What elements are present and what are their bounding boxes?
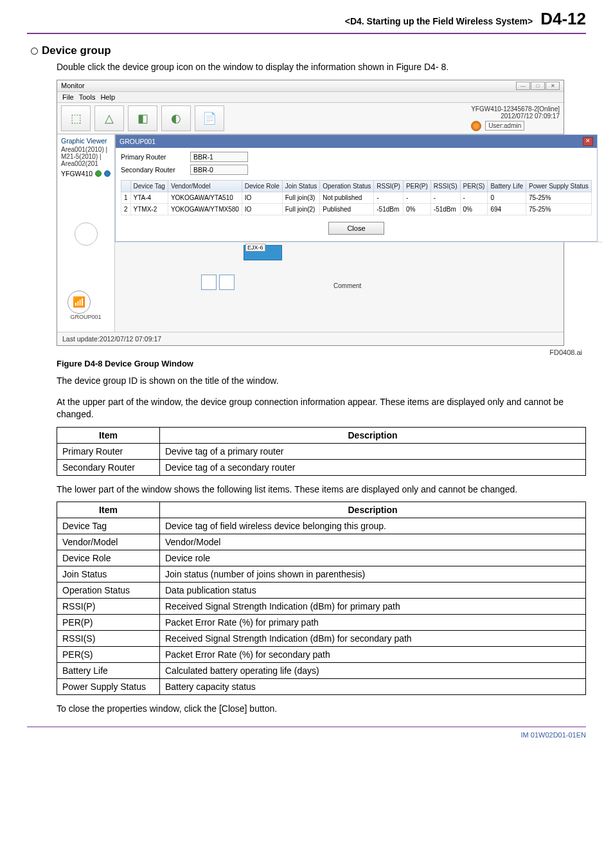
- table-row: PER(P)Packet Error Rate (%) for primary …: [57, 615, 586, 631]
- device-table-col: PER(P): [403, 180, 431, 192]
- graphic-viewer-title: Graphic Viewer: [61, 137, 111, 145]
- toolbar-icon-5[interactable]: 📄: [195, 105, 224, 131]
- table-row: Primary RouterDevive tag of a primary ro…: [57, 443, 586, 459]
- canvas-empty-blocks: [201, 275, 235, 290]
- device-table: Device TagVendor/ModelDevice RoleJoin St…: [121, 180, 592, 215]
- intro-text: Double click the device group icon on th…: [57, 61, 586, 73]
- device-table-col: Operation Status: [320, 180, 374, 192]
- device-table-col: Join Status: [282, 180, 319, 192]
- table-router: Item Description Primary RouterDevive ta…: [57, 427, 586, 476]
- connection-intro: At the upper part of the window, the dev…: [57, 396, 586, 420]
- table-row: Device RoleDevice role: [57, 550, 586, 566]
- side-panel: Graphic Viewer Area001(2010) | M21-5(201…: [57, 134, 115, 332]
- canvas-chip[interactable]: EJX-6: [244, 245, 282, 260]
- main-panel: GROUP001 ✕ Primary Router BBR-1 Secondar…: [115, 134, 603, 332]
- t1-col-desc: Description: [160, 427, 586, 443]
- figure-caption: Figure D4-8 Device Group Window: [57, 359, 586, 368]
- menu-tools[interactable]: Tools: [79, 93, 96, 101]
- status-device: YFGW410-12345678-2[Online]: [471, 105, 560, 113]
- toolbar-icon-4[interactable]: ◐: [161, 105, 191, 131]
- table-row: Power Supply StatusBattery capacity stat…: [57, 679, 586, 695]
- menu-file[interactable]: File: [62, 93, 74, 101]
- screenshot-window: Monitor — □ ✕ File Tools Help ⬚ △ ◧ ◐ 📄 …: [57, 80, 564, 346]
- table-row: Vendor/ModelVendor/Model: [57, 534, 586, 550]
- device-table-col: [121, 180, 131, 192]
- table-row[interactable]: 2YTMX-2YOKOGAWA/YTMX580IOFull join(2)Pub…: [121, 203, 592, 215]
- table-row: Join StatusJoin status (number of joins …: [57, 566, 586, 583]
- minimize-button[interactable]: —: [516, 82, 530, 90]
- close-window-button[interactable]: ✕: [546, 82, 560, 90]
- status-block: YFGW410-12345678-2[Online] 2012/07/12 07…: [471, 105, 560, 131]
- page-header: <D4. Starting up the Field Wireless Syst…: [27, 0, 586, 34]
- device-table-col: RSSI(S): [431, 180, 460, 192]
- titlebar: Monitor — □ ✕: [57, 80, 564, 92]
- closing-text: To close the properties window, click th…: [57, 703, 586, 715]
- device-table-col: Device Tag: [130, 180, 168, 192]
- toolbar-icon-3[interactable]: ◧: [128, 105, 157, 131]
- user-admin: User:admin: [485, 121, 524, 131]
- area-tabs[interactable]: Area001(2010) | M21-5(2010) | Area002(20…: [61, 146, 111, 167]
- canvas-chip-label: EJX-6: [245, 244, 265, 251]
- canvas-group-label: GROUP001: [67, 314, 104, 320]
- canvas-comment: Comment: [333, 282, 361, 289]
- after-caption-text: The device group ID is shown on the titl…: [57, 375, 586, 387]
- table-row: RSSI(P)Received Signal Strength Indicati…: [57, 599, 586, 615]
- table-row: Battery LifeCalculated battery operating…: [57, 663, 586, 679]
- status-led-green-icon: [95, 170, 102, 177]
- t2-col-desc: Description: [160, 502, 586, 518]
- status-led-blue-icon: [104, 170, 111, 177]
- toolbar-icon-2[interactable]: △: [94, 105, 124, 131]
- table-row: Operation StatusData publication status: [57, 583, 586, 599]
- section-title: Device group: [31, 44, 586, 57]
- t2-col-item: Item: [57, 502, 160, 518]
- table-row: Secondary RouterDevice tag of a secondar…: [57, 459, 586, 475]
- table-row: RSSI(S)Received Signal Strength Indicati…: [57, 631, 586, 647]
- t1-col-item: Item: [57, 427, 160, 443]
- maximize-button[interactable]: □: [531, 82, 545, 90]
- device-table-col: Battery Life: [488, 180, 526, 192]
- status-time: 2012/07/12 07:09:17: [471, 113, 560, 120]
- table-row: PER(S)Packet Error Rate (%) for secondar…: [57, 647, 586, 663]
- device-table-col: Device Role: [242, 180, 282, 192]
- canvas-group-icon[interactable]: 📶: [67, 291, 91, 314]
- secondary-router-value: BBR-0: [190, 165, 248, 175]
- group-panel: GROUP001 ✕ Primary Router BBR-1 Secondar…: [115, 134, 598, 242]
- table-items: Item Description Device TagDevice tag of…: [57, 502, 586, 695]
- gear-icon[interactable]: [471, 121, 481, 131]
- menu-help[interactable]: Help: [100, 93, 115, 101]
- device-name: YFGW410: [61, 170, 93, 177]
- device-table-col: Power Supply Status: [526, 180, 592, 192]
- table-row: Device TagDevice tag of field wireless d…: [57, 518, 586, 534]
- figure-file-id: FD0408.ai: [27, 348, 582, 356]
- device-table-col: Vendor/Model: [168, 180, 242, 192]
- group-panel-title: GROUP001: [120, 138, 155, 145]
- canvas-placeholder-circle-icon: [75, 222, 98, 246]
- group-panel-close-icon[interactable]: ✕: [583, 137, 593, 146]
- device-table-col: PER(S): [460, 180, 488, 192]
- table-row[interactable]: 1YTA-4YOKOGAWA/YTA510IOFull join(3)Not p…: [121, 192, 592, 203]
- secondary-router-label: Secondary Router: [121, 166, 185, 174]
- header-right: D4-12: [540, 9, 586, 29]
- device-table-col: RSSI(P): [374, 180, 404, 192]
- header-left: <D4. Starting up the Field Wireless Syst…: [345, 16, 533, 26]
- primary-router-value: BBR-1: [190, 152, 248, 162]
- bullet-circle-icon: [31, 48, 38, 55]
- close-button[interactable]: Close: [328, 222, 384, 235]
- toolbar: ⬚ △ ◧ ◐ 📄 YFGW410-12345678-2[Online] 201…: [57, 103, 564, 134]
- lower-intro: The lower part of the window shows the f…: [57, 484, 586, 496]
- menubar: File Tools Help: [57, 92, 564, 103]
- window-title: Monitor: [61, 82, 85, 89]
- last-update: Last update:2012/07/12 07:09:17: [57, 332, 564, 345]
- page-footer: IM 01W02D01-01EN: [27, 727, 586, 739]
- toolbar-icon-1[interactable]: ⬚: [61, 105, 91, 131]
- primary-router-label: Primary Router: [121, 153, 185, 161]
- device-row[interactable]: YFGW410: [61, 170, 111, 177]
- canvas-area: EJX-6 Comment: [115, 242, 603, 319]
